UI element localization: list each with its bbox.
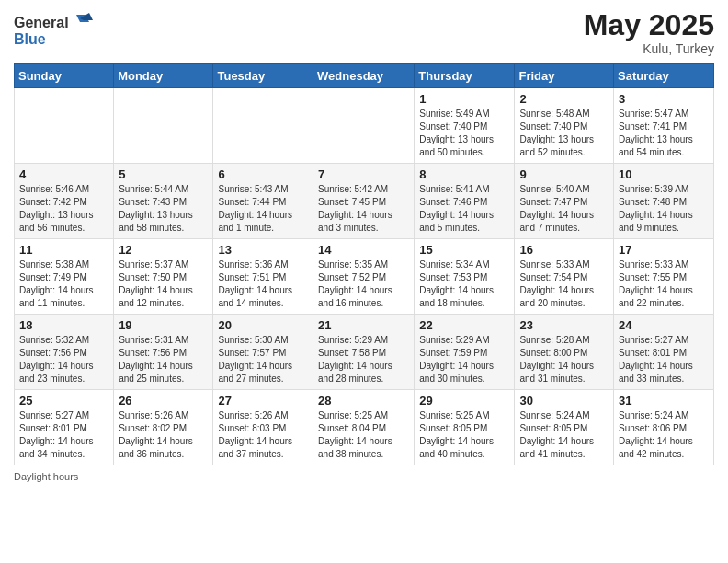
logo: General Blue bbox=[14, 9, 97, 51]
weekday-header-wednesday: Wednesday bbox=[313, 64, 415, 88]
week-row-5: 25Sunrise: 5:27 AM Sunset: 8:01 PM Dayli… bbox=[15, 390, 714, 465]
day-cell: 22Sunrise: 5:29 AM Sunset: 7:59 PM Dayli… bbox=[415, 315, 515, 390]
day-number: 31 bbox=[619, 394, 709, 408]
day-info: Sunrise: 5:25 AM Sunset: 8:05 PM Dayligh… bbox=[419, 409, 509, 461]
day-number: 21 bbox=[318, 318, 409, 332]
weekday-header-tuesday: Tuesday bbox=[213, 64, 313, 88]
week-row-3: 11Sunrise: 5:38 AM Sunset: 7:49 PM Dayli… bbox=[15, 239, 714, 315]
day-cell: 5Sunrise: 5:44 AM Sunset: 7:43 PM Daylig… bbox=[114, 164, 213, 239]
day-cell: 28Sunrise: 5:25 AM Sunset: 8:04 PM Dayli… bbox=[313, 390, 415, 465]
day-number: 30 bbox=[519, 394, 609, 408]
day-number: 22 bbox=[419, 318, 509, 332]
logo-svg: General Blue bbox=[14, 9, 97, 51]
day-cell: 15Sunrise: 5:34 AM Sunset: 7:53 PM Dayli… bbox=[415, 239, 515, 315]
day-number: 16 bbox=[519, 243, 609, 257]
day-number: 17 bbox=[619, 243, 709, 257]
day-cell: 25Sunrise: 5:27 AM Sunset: 8:01 PM Dayli… bbox=[15, 390, 114, 465]
day-cell: 20Sunrise: 5:30 AM Sunset: 7:57 PM Dayli… bbox=[213, 315, 313, 390]
day-number: 5 bbox=[119, 167, 208, 181]
day-cell: 23Sunrise: 5:28 AM Sunset: 8:00 PM Dayli… bbox=[515, 315, 614, 390]
day-number: 10 bbox=[619, 167, 709, 181]
week-row-2: 4Sunrise: 5:46 AM Sunset: 7:42 PM Daylig… bbox=[15, 164, 714, 239]
day-info: Sunrise: 5:31 AM Sunset: 7:56 PM Dayligh… bbox=[119, 334, 208, 385]
day-cell: 12Sunrise: 5:37 AM Sunset: 7:50 PM Dayli… bbox=[114, 239, 213, 315]
day-info: Sunrise: 5:43 AM Sunset: 7:44 PM Dayligh… bbox=[218, 183, 308, 235]
day-cell: 9Sunrise: 5:40 AM Sunset: 7:47 PM Daylig… bbox=[515, 164, 614, 239]
calendar-table: SundayMondayTuesdayWednesdayThursdayFrid… bbox=[14, 63, 714, 465]
day-number: 2 bbox=[519, 92, 609, 106]
day-info: Sunrise: 5:34 AM Sunset: 7:53 PM Dayligh… bbox=[419, 259, 509, 310]
day-cell: 16Sunrise: 5:33 AM Sunset: 7:54 PM Dayli… bbox=[515, 239, 614, 315]
weekday-header-monday: Monday bbox=[114, 64, 213, 88]
day-info: Sunrise: 5:46 AM Sunset: 7:42 PM Dayligh… bbox=[19, 183, 108, 235]
day-info: Sunrise: 5:48 AM Sunset: 7:40 PM Dayligh… bbox=[519, 108, 609, 159]
day-info: Sunrise: 5:40 AM Sunset: 7:47 PM Dayligh… bbox=[519, 183, 609, 235]
day-cell: 26Sunrise: 5:26 AM Sunset: 8:02 PM Dayli… bbox=[114, 390, 213, 465]
day-cell: 19Sunrise: 5:31 AM Sunset: 7:56 PM Dayli… bbox=[114, 315, 213, 390]
day-number: 4 bbox=[19, 167, 108, 181]
day-cell: 4Sunrise: 5:46 AM Sunset: 7:42 PM Daylig… bbox=[15, 164, 114, 239]
day-info: Sunrise: 5:32 AM Sunset: 7:56 PM Dayligh… bbox=[19, 334, 108, 385]
month-title: May 2025 bbox=[584, 9, 714, 41]
subtitle: Kulu, Turkey bbox=[584, 41, 714, 56]
svg-text:Blue: Blue bbox=[14, 31, 46, 47]
day-cell bbox=[213, 88, 313, 164]
day-cell: 6Sunrise: 5:43 AM Sunset: 7:44 PM Daylig… bbox=[213, 164, 313, 239]
title-block: May 2025 Kulu, Turkey bbox=[584, 9, 714, 56]
day-cell: 8Sunrise: 5:41 AM Sunset: 7:46 PM Daylig… bbox=[415, 164, 515, 239]
day-cell: 17Sunrise: 5:33 AM Sunset: 7:55 PM Dayli… bbox=[614, 239, 714, 315]
weekday-header-sunday: Sunday bbox=[15, 64, 114, 88]
day-cell: 31Sunrise: 5:24 AM Sunset: 8:06 PM Dayli… bbox=[614, 390, 714, 465]
day-info: Sunrise: 5:26 AM Sunset: 8:03 PM Dayligh… bbox=[218, 409, 308, 461]
day-info: Sunrise: 5:47 AM Sunset: 7:41 PM Dayligh… bbox=[619, 108, 709, 159]
day-cell: 21Sunrise: 5:29 AM Sunset: 7:58 PM Dayli… bbox=[313, 315, 415, 390]
day-info: Sunrise: 5:33 AM Sunset: 7:54 PM Dayligh… bbox=[519, 259, 609, 310]
day-cell bbox=[114, 88, 213, 164]
day-info: Sunrise: 5:33 AM Sunset: 7:55 PM Dayligh… bbox=[619, 259, 709, 310]
day-number: 28 bbox=[318, 394, 409, 408]
day-cell: 14Sunrise: 5:35 AM Sunset: 7:52 PM Dayli… bbox=[313, 239, 415, 315]
day-number: 8 bbox=[419, 167, 509, 181]
day-info: Sunrise: 5:36 AM Sunset: 7:51 PM Dayligh… bbox=[218, 259, 308, 310]
day-number: 9 bbox=[519, 167, 609, 181]
day-cell: 2Sunrise: 5:48 AM Sunset: 7:40 PM Daylig… bbox=[515, 88, 614, 164]
day-cell: 11Sunrise: 5:38 AM Sunset: 7:49 PM Dayli… bbox=[15, 239, 114, 315]
day-info: Sunrise: 5:41 AM Sunset: 7:46 PM Dayligh… bbox=[419, 183, 509, 235]
day-info: Sunrise: 5:42 AM Sunset: 7:45 PM Dayligh… bbox=[318, 183, 409, 235]
day-number: 3 bbox=[619, 92, 709, 106]
day-cell: 13Sunrise: 5:36 AM Sunset: 7:51 PM Dayli… bbox=[213, 239, 313, 315]
day-number: 11 bbox=[19, 243, 108, 257]
day-number: 14 bbox=[318, 243, 409, 257]
svg-text:General: General bbox=[14, 15, 69, 30]
day-info: Sunrise: 5:24 AM Sunset: 8:05 PM Dayligh… bbox=[519, 409, 609, 461]
day-number: 23 bbox=[519, 318, 609, 332]
day-cell: 18Sunrise: 5:32 AM Sunset: 7:56 PM Dayli… bbox=[15, 315, 114, 390]
day-number: 1 bbox=[419, 92, 509, 106]
day-number: 26 bbox=[119, 394, 208, 408]
page: General Blue May 2025 Kulu, Turkey Sunda… bbox=[0, 0, 728, 563]
day-info: Sunrise: 5:27 AM Sunset: 8:01 PM Dayligh… bbox=[619, 334, 709, 385]
day-info: Sunrise: 5:37 AM Sunset: 7:50 PM Dayligh… bbox=[119, 259, 208, 310]
weekday-header-thursday: Thursday bbox=[415, 64, 515, 88]
day-number: 19 bbox=[119, 318, 208, 332]
day-cell: 27Sunrise: 5:26 AM Sunset: 8:03 PM Dayli… bbox=[213, 390, 313, 465]
day-number: 25 bbox=[19, 394, 108, 408]
day-number: 12 bbox=[119, 243, 208, 257]
day-number: 20 bbox=[218, 318, 308, 332]
day-info: Sunrise: 5:49 AM Sunset: 7:40 PM Dayligh… bbox=[419, 108, 509, 159]
weekday-header-row: SundayMondayTuesdayWednesdayThursdayFrid… bbox=[15, 64, 714, 88]
day-number: 29 bbox=[419, 394, 509, 408]
day-cell: 30Sunrise: 5:24 AM Sunset: 8:05 PM Dayli… bbox=[515, 390, 614, 465]
day-number: 13 bbox=[218, 243, 308, 257]
day-cell: 29Sunrise: 5:25 AM Sunset: 8:05 PM Dayli… bbox=[415, 390, 515, 465]
day-info: Sunrise: 5:44 AM Sunset: 7:43 PM Dayligh… bbox=[119, 183, 208, 235]
day-info: Sunrise: 5:25 AM Sunset: 8:04 PM Dayligh… bbox=[318, 409, 409, 461]
day-info: Sunrise: 5:26 AM Sunset: 8:02 PM Dayligh… bbox=[119, 409, 208, 461]
weekday-header-friday: Friday bbox=[515, 64, 614, 88]
week-row-4: 18Sunrise: 5:32 AM Sunset: 7:56 PM Dayli… bbox=[15, 315, 714, 390]
day-number: 7 bbox=[318, 167, 409, 181]
day-info: Sunrise: 5:27 AM Sunset: 8:01 PM Dayligh… bbox=[19, 409, 108, 461]
day-info: Sunrise: 5:39 AM Sunset: 7:48 PM Dayligh… bbox=[619, 183, 709, 235]
day-cell: 7Sunrise: 5:42 AM Sunset: 7:45 PM Daylig… bbox=[313, 164, 415, 239]
week-row-1: 1Sunrise: 5:49 AM Sunset: 7:40 PM Daylig… bbox=[15, 88, 714, 164]
